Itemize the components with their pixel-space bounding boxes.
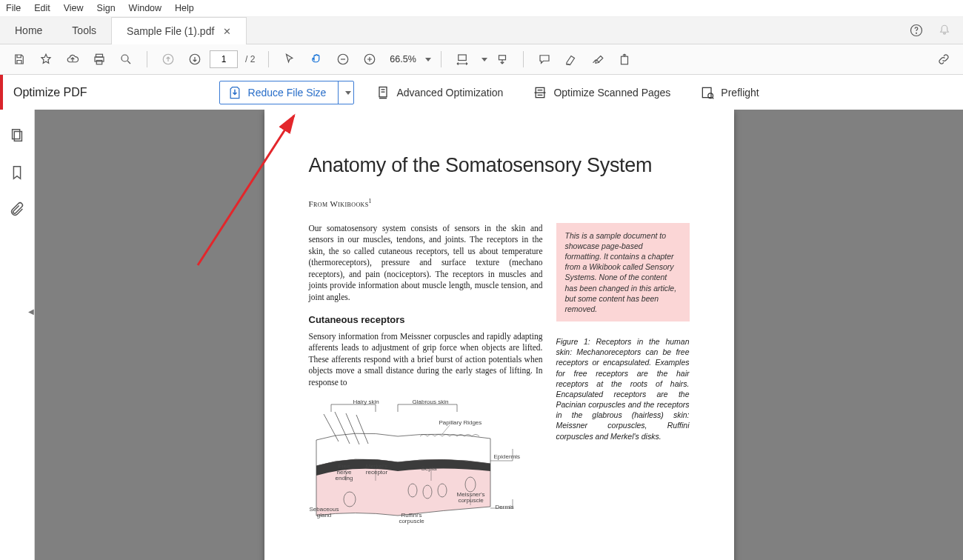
menu-bar: File Edit View Sign Window Help bbox=[0, 0, 963, 17]
diag-hairy-label: Hairy skin bbox=[353, 399, 379, 407]
reduce-file-size-button[interactable]: Reduce File Size bbox=[219, 81, 355, 104]
fit-width-caret[interactable] bbox=[477, 47, 487, 71]
star-button[interactable] bbox=[34, 47, 58, 71]
advanced-opt-label: Advanced Optimization bbox=[396, 87, 503, 99]
diag-ruffini-label: Ruffini's corpuscle bbox=[396, 513, 427, 524]
scanned-pages-icon bbox=[533, 85, 547, 100]
prev-page-button[interactable] bbox=[156, 47, 180, 71]
diag-glabrous-label: Glabrous skin bbox=[413, 399, 449, 407]
sign-button[interactable] bbox=[586, 47, 610, 71]
menu-view[interactable]: View bbox=[64, 3, 84, 13]
cloud-upload-button[interactable] bbox=[61, 47, 84, 71]
optimize-title: Optimize PDF bbox=[13, 86, 87, 99]
diag-freenerve-label: Free nerve ending bbox=[331, 464, 358, 481]
svg-rect-18 bbox=[14, 132, 21, 141]
thumbnails-icon[interactable] bbox=[9, 127, 25, 144]
menu-file[interactable]: File bbox=[6, 3, 21, 13]
search-button[interactable] bbox=[114, 47, 138, 71]
collapse-rail-icon[interactable]: ◀ bbox=[27, 302, 35, 320]
print-button[interactable] bbox=[87, 47, 111, 71]
separator bbox=[523, 51, 524, 67]
doc-subheading: Cutaneous receptors bbox=[309, 313, 543, 327]
separator bbox=[147, 51, 147, 67]
zoom-in-button[interactable] bbox=[358, 47, 381, 71]
save-button[interactable] bbox=[7, 47, 31, 71]
separator bbox=[268, 51, 269, 67]
svg-rect-15 bbox=[703, 87, 712, 97]
reduce-file-size-dropdown[interactable] bbox=[338, 81, 353, 104]
close-tab-icon[interactable]: ✕ bbox=[223, 26, 231, 37]
svg-point-1 bbox=[916, 33, 917, 33]
menu-edit[interactable]: Edit bbox=[34, 3, 50, 13]
advanced-optimization-button[interactable]: Advanced Optimization bbox=[367, 81, 511, 104]
skin-diagram: Hairy skin Glabrous skin Epidermis Dermi… bbox=[309, 396, 524, 521]
reduce-file-icon bbox=[227, 85, 242, 100]
doc-paragraph-1: Our somatosensory system consists of sen… bbox=[309, 223, 543, 304]
pdf-page: Anatomy of the Somatosensory System From… bbox=[264, 110, 734, 560]
comment-button[interactable] bbox=[533, 47, 556, 71]
doc-source: From Wikibooks1 bbox=[309, 198, 690, 208]
doc-title: Anatomy of the Somatosensory System bbox=[309, 154, 690, 177]
diag-septa-label: Septa bbox=[421, 465, 437, 473]
info-box: This is a sample document to showcase pa… bbox=[556, 223, 690, 321]
main-toolbar: / 2 66.5% bbox=[0, 44, 963, 75]
zoom-dropdown[interactable]: 66.5% bbox=[384, 52, 431, 67]
diag-meissner-label: Meissner's corpuscle bbox=[456, 492, 487, 504]
preflight-icon bbox=[700, 85, 715, 100]
diag-papillary-label: Papillary Ridges bbox=[439, 419, 482, 427]
menu-window[interactable]: Window bbox=[129, 3, 161, 13]
svg-point-5 bbox=[121, 55, 128, 61]
page-number-input[interactable] bbox=[210, 50, 238, 68]
zoom-out-button[interactable] bbox=[331, 47, 355, 71]
help-icon[interactable] bbox=[910, 24, 923, 37]
svg-rect-10 bbox=[459, 55, 467, 61]
diag-merkel-label: Merkel's receptor bbox=[364, 464, 390, 476]
tab-document[interactable]: Sample File (1).pdf ✕ bbox=[111, 17, 247, 44]
svg-rect-11 bbox=[499, 56, 505, 60]
rotate-button[interactable] bbox=[613, 47, 636, 71]
menu-help[interactable]: Help bbox=[175, 3, 194, 13]
left-navigation-rail: ◀ bbox=[0, 110, 35, 560]
diag-epidermis-label: Epidermis bbox=[494, 453, 521, 461]
scroll-mode-button[interactable] bbox=[490, 47, 514, 71]
diag-sebaceous-label: Sebaceous gland bbox=[309, 507, 340, 519]
tab-bar: Home Tools Sample File (1).pdf ✕ bbox=[0, 17, 963, 44]
red-accent-strip bbox=[0, 75, 3, 110]
separator bbox=[441, 51, 441, 67]
figure-caption: Figure 1: Receptors in the human skin: M… bbox=[556, 336, 690, 441]
bell-icon[interactable] bbox=[938, 24, 951, 37]
attachments-icon[interactable] bbox=[9, 201, 25, 218]
document-canvas[interactable]: Anatomy of the Somatosensory System From… bbox=[35, 110, 963, 560]
workspace: ◀ Anatomy of the Somatosensory System Fr… bbox=[0, 110, 963, 560]
fit-width-button[interactable] bbox=[450, 47, 474, 71]
scanned-pages-label: Optimize Scanned Pages bbox=[553, 87, 670, 99]
bookmark-icon[interactable] bbox=[9, 164, 25, 181]
tab-home[interactable]: Home bbox=[0, 17, 57, 44]
tab-document-label: Sample File (1).pdf bbox=[127, 25, 214, 37]
svg-rect-4 bbox=[96, 61, 102, 64]
next-page-button[interactable] bbox=[183, 47, 207, 71]
tab-tools[interactable]: Tools bbox=[57, 17, 111, 44]
diag-dermis-label: Dermis bbox=[496, 504, 514, 512]
svg-rect-12 bbox=[621, 56, 627, 64]
chevron-down-icon bbox=[425, 58, 431, 61]
hand-tool-button[interactable] bbox=[304, 47, 328, 71]
zoom-value: 66.5% bbox=[385, 53, 420, 66]
share-link-button[interactable] bbox=[932, 47, 956, 71]
advanced-opt-icon bbox=[376, 85, 390, 100]
selection-tool-button[interactable] bbox=[278, 47, 301, 71]
menu-sign[interactable]: Sign bbox=[97, 3, 116, 13]
optimize-scanned-button[interactable]: Optimize Scanned Pages bbox=[524, 81, 679, 104]
reduce-file-size-label: Reduce File Size bbox=[248, 87, 333, 99]
preflight-button[interactable]: Preflight bbox=[692, 81, 767, 104]
doc-paragraph-2: Sensory information from Meissner corpus… bbox=[309, 331, 543, 389]
optimize-toolbar: Optimize PDF Reduce File Size Advanced O… bbox=[0, 75, 963, 111]
highlight-button[interactable] bbox=[559, 47, 583, 71]
svg-rect-17 bbox=[13, 130, 20, 139]
page-count: / 2 bbox=[245, 54, 255, 64]
preflight-label: Preflight bbox=[721, 87, 759, 99]
